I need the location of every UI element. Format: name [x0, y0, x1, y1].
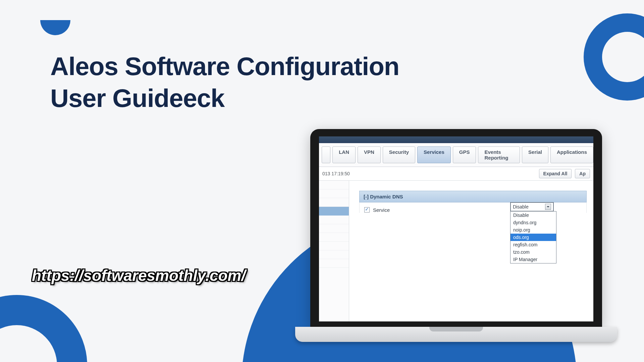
tab-security[interactable]: Security — [383, 146, 415, 163]
sidebar-row[interactable] — [319, 224, 349, 233]
watermark-url: https://softwaresmothly.com/ — [32, 266, 246, 285]
toolbar-row: 013 17:19:50 Expand All Ap — [319, 167, 593, 181]
laptop-mockup: LAN VPN Security Services GPS Events Rep… — [310, 129, 617, 342]
section-header-dynamic-dns[interactable]: [-] Dynamic DNS — [359, 191, 587, 202]
sidebar-row[interactable] — [319, 242, 349, 250]
service-dropdown[interactable]: Disable Disable dyndns.org noip.org ods.… — [510, 202, 556, 263]
tab-services[interactable]: Services — [417, 146, 451, 163]
window-title-bar — [319, 136, 593, 143]
laptop-screen-frame: LAN VPN Security Services GPS Events Rep… — [310, 129, 602, 327]
title-line-1: Aleos Software Configuration — [50, 52, 399, 80]
tab-gps[interactable]: GPS — [453, 146, 476, 163]
sidebar — [319, 181, 349, 321]
tab-applications[interactable]: Applications — [550, 146, 593, 163]
tab-lan[interactable]: LAN — [332, 146, 356, 163]
panel: [-] Dynamic DNS Service — [349, 181, 593, 321]
service-label: Service — [373, 207, 390, 213]
sidebar-row[interactable] — [319, 189, 349, 198]
sidebar-row-selected[interactable] — [319, 207, 349, 216]
dropdown-option[interactable]: regfish.com — [511, 241, 556, 248]
tab-vpn[interactable]: VPN — [358, 146, 381, 163]
tab-events-reporting[interactable]: Events Reporting — [478, 146, 520, 163]
service-checkbox[interactable] — [364, 207, 370, 213]
dropdown-option[interactable]: Disable — [511, 212, 556, 219]
dropdown-selected-text: Disable — [513, 204, 529, 209]
laptop-base — [295, 327, 617, 342]
dropdown-selected[interactable]: Disable — [510, 202, 554, 212]
decoration-top-left — [40, 20, 70, 35]
dropdown-list: Disable dyndns.org noip.org ods.org regf… — [510, 211, 556, 263]
sidebar-row[interactable] — [319, 198, 349, 207]
decoration-top-right — [584, 13, 644, 101]
apply-button[interactable]: Ap — [575, 169, 590, 178]
sidebar-row[interactable] — [319, 259, 349, 268]
dropdown-option[interactable]: noip.org — [511, 226, 556, 234]
dropdown-option[interactable]: dyndns.org — [511, 219, 556, 226]
dropdown-option[interactable]: tzo.com — [511, 248, 556, 256]
sidebar-row[interactable] — [319, 216, 349, 224]
toolbar-buttons: Expand All Ap — [537, 169, 590, 178]
page-title: Aleos Software Configuration User Guidee… — [50, 50, 399, 114]
chevron-down-icon[interactable] — [545, 204, 551, 210]
sidebar-row[interactable] — [319, 250, 349, 259]
expand-all-button[interactable]: Expand All — [539, 169, 572, 178]
tab-left-truncated[interactable] — [322, 146, 330, 163]
app-screen: LAN VPN Security Services GPS Events Rep… — [319, 136, 593, 321]
timestamp: 013 17:19:50 — [322, 171, 350, 176]
sidebar-row[interactable] — [319, 233, 349, 242]
tab-serial[interactable]: Serial — [522, 146, 548, 163]
sidebar-row[interactable] — [319, 181, 349, 189]
dropdown-option[interactable]: IP Manager — [511, 256, 556, 263]
tab-bar: LAN VPN Security Services GPS Events Rep… — [319, 143, 593, 167]
decoration-bottom-left — [0, 295, 87, 362]
title-line-2: User Guideeck — [50, 84, 224, 112]
dropdown-option-highlighted[interactable]: ods.org — [511, 234, 556, 241]
